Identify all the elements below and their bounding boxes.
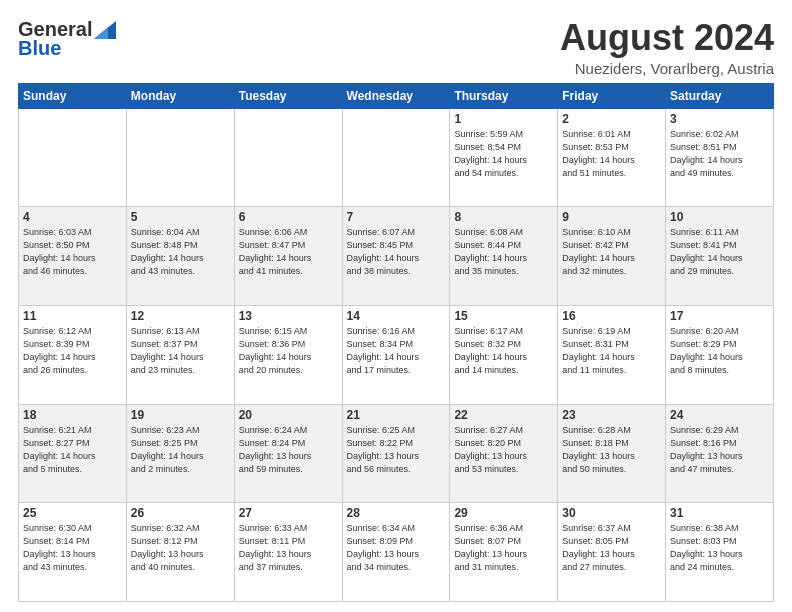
calendar-cell: 3Sunrise: 6:02 AM Sunset: 8:51 PM Daylig…: [666, 108, 774, 207]
day-info: Sunrise: 6:25 AM Sunset: 8:22 PM Dayligh…: [347, 424, 446, 476]
day-of-week-header: Monday: [126, 83, 234, 108]
subtitle: Nueziders, Vorarlberg, Austria: [560, 60, 774, 77]
calendar-cell: 30Sunrise: 6:37 AM Sunset: 8:05 PM Dayli…: [558, 503, 666, 602]
day-info: Sunrise: 6:24 AM Sunset: 8:24 PM Dayligh…: [239, 424, 338, 476]
calendar-week-row: 11Sunrise: 6:12 AM Sunset: 8:39 PM Dayli…: [19, 305, 774, 404]
day-info: Sunrise: 6:23 AM Sunset: 8:25 PM Dayligh…: [131, 424, 230, 476]
day-number: 8: [454, 210, 553, 224]
day-number: 10: [670, 210, 769, 224]
day-info: Sunrise: 6:13 AM Sunset: 8:37 PM Dayligh…: [131, 325, 230, 377]
day-of-week-header: Wednesday: [342, 83, 450, 108]
day-info: Sunrise: 6:29 AM Sunset: 8:16 PM Dayligh…: [670, 424, 769, 476]
day-number: 19: [131, 408, 230, 422]
calendar-cell: 8Sunrise: 6:08 AM Sunset: 8:44 PM Daylig…: [450, 207, 558, 306]
day-info: Sunrise: 6:30 AM Sunset: 8:14 PM Dayligh…: [23, 522, 122, 574]
day-number: 21: [347, 408, 446, 422]
calendar-cell: 1Sunrise: 5:59 AM Sunset: 8:54 PM Daylig…: [450, 108, 558, 207]
calendar-cell: 2Sunrise: 6:01 AM Sunset: 8:53 PM Daylig…: [558, 108, 666, 207]
day-number: 29: [454, 506, 553, 520]
day-info: Sunrise: 6:01 AM Sunset: 8:53 PM Dayligh…: [562, 128, 661, 180]
day-info: Sunrise: 6:06 AM Sunset: 8:47 PM Dayligh…: [239, 226, 338, 278]
logo-icon: [94, 21, 116, 39]
day-number: 25: [23, 506, 122, 520]
day-number: 18: [23, 408, 122, 422]
day-of-week-header: Sunday: [19, 83, 127, 108]
day-number: 22: [454, 408, 553, 422]
calendar-cell: 28Sunrise: 6:34 AM Sunset: 8:09 PM Dayli…: [342, 503, 450, 602]
calendar-cell: 22Sunrise: 6:27 AM Sunset: 8:20 PM Dayli…: [450, 404, 558, 503]
calendar-cell: 29Sunrise: 6:36 AM Sunset: 8:07 PM Dayli…: [450, 503, 558, 602]
calendar-cell: 24Sunrise: 6:29 AM Sunset: 8:16 PM Dayli…: [666, 404, 774, 503]
day-info: Sunrise: 6:02 AM Sunset: 8:51 PM Dayligh…: [670, 128, 769, 180]
day-info: Sunrise: 6:20 AM Sunset: 8:29 PM Dayligh…: [670, 325, 769, 377]
day-info: Sunrise: 6:04 AM Sunset: 8:48 PM Dayligh…: [131, 226, 230, 278]
calendar-cell: 14Sunrise: 6:16 AM Sunset: 8:34 PM Dayli…: [342, 305, 450, 404]
day-number: 16: [562, 309, 661, 323]
day-info: Sunrise: 6:27 AM Sunset: 8:20 PM Dayligh…: [454, 424, 553, 476]
calendar-cell: 20Sunrise: 6:24 AM Sunset: 8:24 PM Dayli…: [234, 404, 342, 503]
logo: General Blue: [18, 18, 116, 60]
day-number: 23: [562, 408, 661, 422]
calendar-cell: 12Sunrise: 6:13 AM Sunset: 8:37 PM Dayli…: [126, 305, 234, 404]
calendar-cell: 17Sunrise: 6:20 AM Sunset: 8:29 PM Dayli…: [666, 305, 774, 404]
day-of-week-header: Tuesday: [234, 83, 342, 108]
day-number: 26: [131, 506, 230, 520]
calendar-cell: [234, 108, 342, 207]
calendar-cell: 6Sunrise: 6:06 AM Sunset: 8:47 PM Daylig…: [234, 207, 342, 306]
calendar-cell: 25Sunrise: 6:30 AM Sunset: 8:14 PM Dayli…: [19, 503, 127, 602]
day-number: 13: [239, 309, 338, 323]
calendar-cell: 26Sunrise: 6:32 AM Sunset: 8:12 PM Dayli…: [126, 503, 234, 602]
header: General Blue August 2024 Nueziders, Vora…: [18, 18, 774, 77]
logo-blue: Blue: [18, 37, 61, 60]
day-number: 30: [562, 506, 661, 520]
day-number: 4: [23, 210, 122, 224]
day-info: Sunrise: 6:08 AM Sunset: 8:44 PM Dayligh…: [454, 226, 553, 278]
day-info: Sunrise: 6:16 AM Sunset: 8:34 PM Dayligh…: [347, 325, 446, 377]
calendar-cell: 4Sunrise: 6:03 AM Sunset: 8:50 PM Daylig…: [19, 207, 127, 306]
calendar-header-row: SundayMondayTuesdayWednesdayThursdayFrid…: [19, 83, 774, 108]
day-info: Sunrise: 6:21 AM Sunset: 8:27 PM Dayligh…: [23, 424, 122, 476]
calendar-cell: [126, 108, 234, 207]
calendar-week-row: 25Sunrise: 6:30 AM Sunset: 8:14 PM Dayli…: [19, 503, 774, 602]
day-number: 24: [670, 408, 769, 422]
day-info: Sunrise: 6:15 AM Sunset: 8:36 PM Dayligh…: [239, 325, 338, 377]
day-number: 31: [670, 506, 769, 520]
day-info: Sunrise: 6:32 AM Sunset: 8:12 PM Dayligh…: [131, 522, 230, 574]
day-number: 27: [239, 506, 338, 520]
day-number: 14: [347, 309, 446, 323]
day-of-week-header: Saturday: [666, 83, 774, 108]
day-of-week-header: Friday: [558, 83, 666, 108]
main-title: August 2024: [560, 18, 774, 58]
calendar-cell: 21Sunrise: 6:25 AM Sunset: 8:22 PM Dayli…: [342, 404, 450, 503]
calendar-week-row: 18Sunrise: 6:21 AM Sunset: 8:27 PM Dayli…: [19, 404, 774, 503]
day-number: 12: [131, 309, 230, 323]
calendar-cell: 9Sunrise: 6:10 AM Sunset: 8:42 PM Daylig…: [558, 207, 666, 306]
title-block: August 2024 Nueziders, Vorarlberg, Austr…: [560, 18, 774, 77]
calendar-cell: 15Sunrise: 6:17 AM Sunset: 8:32 PM Dayli…: [450, 305, 558, 404]
day-number: 11: [23, 309, 122, 323]
day-number: 6: [239, 210, 338, 224]
day-info: Sunrise: 6:33 AM Sunset: 8:11 PM Dayligh…: [239, 522, 338, 574]
day-info: Sunrise: 6:03 AM Sunset: 8:50 PM Dayligh…: [23, 226, 122, 278]
calendar-week-row: 4Sunrise: 6:03 AM Sunset: 8:50 PM Daylig…: [19, 207, 774, 306]
day-number: 3: [670, 112, 769, 126]
calendar-cell: 13Sunrise: 6:15 AM Sunset: 8:36 PM Dayli…: [234, 305, 342, 404]
calendar-cell: 27Sunrise: 6:33 AM Sunset: 8:11 PM Dayli…: [234, 503, 342, 602]
day-number: 5: [131, 210, 230, 224]
day-number: 28: [347, 506, 446, 520]
day-info: Sunrise: 6:38 AM Sunset: 8:03 PM Dayligh…: [670, 522, 769, 574]
day-info: Sunrise: 6:19 AM Sunset: 8:31 PM Dayligh…: [562, 325, 661, 377]
day-number: 7: [347, 210, 446, 224]
calendar-cell: 18Sunrise: 6:21 AM Sunset: 8:27 PM Dayli…: [19, 404, 127, 503]
calendar: SundayMondayTuesdayWednesdayThursdayFrid…: [18, 83, 774, 602]
day-info: Sunrise: 6:37 AM Sunset: 8:05 PM Dayligh…: [562, 522, 661, 574]
day-number: 2: [562, 112, 661, 126]
day-info: Sunrise: 5:59 AM Sunset: 8:54 PM Dayligh…: [454, 128, 553, 180]
day-of-week-header: Thursday: [450, 83, 558, 108]
day-number: 20: [239, 408, 338, 422]
day-info: Sunrise: 6:10 AM Sunset: 8:42 PM Dayligh…: [562, 226, 661, 278]
day-info: Sunrise: 6:28 AM Sunset: 8:18 PM Dayligh…: [562, 424, 661, 476]
day-info: Sunrise: 6:34 AM Sunset: 8:09 PM Dayligh…: [347, 522, 446, 574]
page: General Blue August 2024 Nueziders, Vora…: [0, 0, 792, 612]
day-number: 15: [454, 309, 553, 323]
